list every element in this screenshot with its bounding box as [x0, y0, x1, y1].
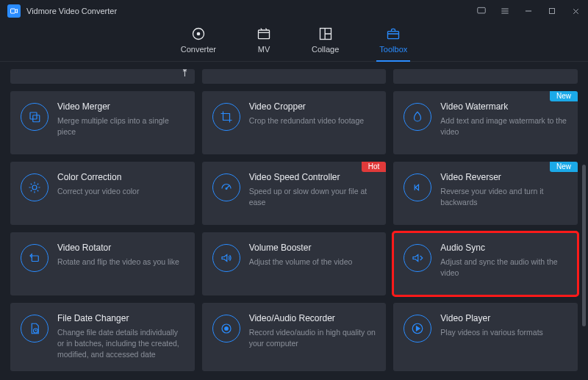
titlebar: Vidmore Video Converter — [0, 0, 588, 22]
svg-rect-0 — [11, 9, 15, 13]
menu-icon[interactable] — [500, 6, 510, 16]
rotator-icon — [21, 244, 49, 272]
app-logo-icon — [7, 4, 21, 18]
tool-desc: Change file date details individually or… — [57, 327, 184, 361]
tool-audio-sync[interactable]: Audio Sync Adjust and sync the audio wit… — [393, 232, 578, 295]
tab-mv[interactable]: MV — [257, 26, 271, 54]
toolbox-icon — [386, 26, 401, 41]
tool-title: Video Player — [440, 313, 567, 323]
watermark-icon — [404, 103, 431, 131]
tool-volume-booster[interactable]: Volume Booster Adjust the volume of the … — [202, 232, 387, 295]
tab-label: Toolbox — [379, 45, 407, 54]
maximize-button[interactable] — [547, 6, 557, 16]
tool-title: Video Reverser — [440, 172, 567, 182]
tool-video-rotator[interactable]: Video Rotator Rotate and flip the video … — [10, 232, 195, 295]
tool-video-cropper[interactable]: Video Cropper Crop the redundant video f… — [202, 91, 387, 154]
color-icon — [21, 173, 49, 201]
svg-point-10 — [32, 185, 37, 190]
scroll-up-icon: ⤒ — [181, 68, 189, 79]
close-button[interactable] — [570, 6, 581, 16]
tool-title: Video Merger — [57, 101, 184, 112]
app-title: Vidmore Video Converter — [26, 7, 117, 15]
tool-title: Video Rotator — [57, 243, 184, 253]
tool-title: Audio Sync — [440, 243, 567, 253]
tool-desc: Adjust the volume of the video — [249, 257, 376, 268]
tool-desc: Crop the redundant video footage — [249, 115, 376, 126]
tool-desc: Merge multiple clips into a single piece — [57, 115, 184, 137]
tool-desc: Play videos in various formats — [440, 327, 567, 338]
tool-title: Video Watermark — [440, 101, 567, 112]
toolbox-content: ⤒ Video Merger Merge multiple clips into… — [0, 62, 588, 379]
cropper-icon — [212, 103, 240, 131]
svg-rect-8 — [30, 112, 37, 119]
tool-video-watermark[interactable]: New Video Watermark Add text and image w… — [393, 91, 578, 154]
tool-title: Color Correction — [57, 172, 184, 182]
tool-desc: Record video/audio in high quality on yo… — [249, 327, 376, 349]
tab-collage[interactable]: Collage — [312, 26, 339, 54]
mv-icon — [257, 26, 271, 41]
audio-sync-icon — [404, 244, 431, 272]
tool-desc: Speed up or slow down your file at ease — [249, 186, 376, 208]
tool-color-correction[interactable]: Color Correction Correct your video colo… — [10, 162, 195, 225]
tool-card-stub[interactable] — [202, 69, 387, 84]
scrollbar-thumb[interactable] — [582, 165, 586, 326]
tool-card-stub[interactable] — [393, 69, 578, 84]
tool-video-audio-recorder[interactable]: Video/Audio Recorder Record video/audio … — [202, 303, 387, 371]
new-badge: New — [550, 162, 578, 172]
tool-file-date-changer[interactable]: File Date Changer Change file date detai… — [10, 303, 195, 371]
merger-icon — [21, 103, 49, 131]
tab-label: Converter — [181, 45, 216, 54]
tool-video-merger[interactable]: Video Merger Merge multiple clips into a… — [10, 91, 195, 154]
collage-icon — [318, 26, 333, 41]
feedback-icon[interactable] — [476, 6, 487, 16]
svg-rect-2 — [550, 9, 555, 14]
player-icon — [404, 315, 431, 343]
tool-title: Video/Audio Recorder — [249, 313, 376, 323]
svg-rect-9 — [33, 115, 40, 122]
speed-icon — [212, 173, 240, 201]
tool-desc: Rotate and flip the video as you like — [57, 257, 184, 268]
tool-title: Volume Booster — [249, 243, 376, 253]
tool-title: File Date Changer — [57, 313, 184, 323]
svg-rect-5 — [259, 30, 270, 39]
tab-label: MV — [258, 45, 270, 54]
tab-converter[interactable]: Converter — [181, 26, 216, 54]
tool-desc: Correct your video color — [57, 186, 184, 197]
tool-title: Video Speed Controller — [249, 172, 376, 182]
tool-desc: Add text and image watermark to the vide… — [440, 115, 567, 137]
new-badge: New — [550, 91, 578, 101]
tool-video-player[interactable]: Video Player Play videos in various form… — [393, 303, 578, 371]
reverser-icon — [404, 173, 431, 201]
minimize-button[interactable] — [523, 6, 534, 16]
tool-desc: Adjust and sync the audio with the video — [440, 257, 567, 279]
tool-desc: Reverse your video and turn it backwards — [440, 186, 567, 208]
tool-title: Video Cropper — [249, 101, 376, 112]
file-date-icon — [21, 315, 49, 343]
tool-card-stub[interactable]: ⤒ — [10, 69, 195, 84]
hot-badge: Hot — [362, 162, 387, 172]
tool-speed-controller[interactable]: Hot Video Speed Controller Speed up or s… — [202, 162, 387, 225]
tool-video-reverser[interactable]: New Video Reverser Reverse your video an… — [393, 162, 578, 225]
volume-icon — [212, 244, 240, 272]
converter-icon — [191, 26, 206, 41]
svg-point-15 — [224, 327, 228, 331]
tab-toolbox[interactable]: Toolbox — [379, 26, 407, 54]
svg-point-11 — [226, 188, 227, 190]
recorder-icon — [212, 315, 240, 343]
svg-point-4 — [197, 32, 199, 35]
main-tabs: Converter MV Collage Toolbox — [0, 22, 588, 62]
svg-rect-7 — [388, 32, 399, 39]
window-controls — [476, 6, 581, 16]
tab-label: Collage — [312, 45, 339, 54]
svg-rect-12 — [32, 256, 38, 262]
